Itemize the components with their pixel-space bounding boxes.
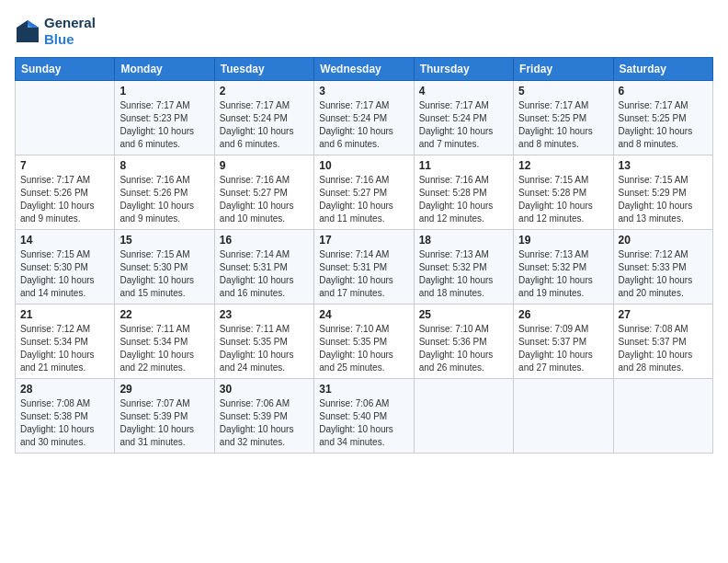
weekday-header-wednesday: Wednesday [314,58,414,81]
day-number: 2 [220,85,309,98]
weekday-header-thursday: Thursday [414,58,513,81]
calendar-week-row: 1Sunrise: 7:17 AM Sunset: 5:23 PM Daylig… [16,81,713,155]
calendar-cell: 4Sunrise: 7:17 AM Sunset: 5:24 PM Daylig… [414,81,513,155]
day-number: 4 [419,85,508,98]
day-info: Sunrise: 7:15 AM Sunset: 5:30 PM Dayligh… [20,248,109,300]
calendar-cell: 2Sunrise: 7:17 AM Sunset: 5:24 PM Daylig… [214,81,313,155]
calendar-week-row: 28Sunrise: 7:08 AM Sunset: 5:38 PM Dayli… [16,379,713,454]
calendar-cell [514,379,613,454]
day-info: Sunrise: 7:15 AM Sunset: 5:29 PM Dayligh… [619,174,708,225]
day-number: 21 [20,308,109,321]
calendar-cell [16,81,115,155]
day-number: 30 [220,383,309,396]
day-number: 1 [119,85,209,98]
calendar-cell: 29Sunrise: 7:07 AM Sunset: 5:39 PM Dayli… [115,379,214,454]
day-info: Sunrise: 7:17 AM Sunset: 5:24 PM Dayligh… [319,99,408,151]
calendar-cell: 12Sunrise: 7:15 AM Sunset: 5:28 PM Dayli… [514,155,613,230]
calendar-cell: 21Sunrise: 7:12 AM Sunset: 5:34 PM Dayli… [16,304,115,379]
day-number: 13 [619,159,708,172]
day-number: 25 [419,308,508,321]
logo: General Blue [15,15,96,48]
day-number: 24 [319,308,408,321]
weekday-header-monday: Monday [115,58,214,81]
day-info: Sunrise: 7:06 AM Sunset: 5:40 PM Dayligh… [319,397,408,449]
day-number: 27 [619,308,708,321]
day-number: 16 [220,234,309,247]
weekday-header-sunday: Sunday [16,58,115,81]
day-info: Sunrise: 7:06 AM Sunset: 5:39 PM Dayligh… [220,397,309,449]
day-info: Sunrise: 7:17 AM Sunset: 5:25 PM Dayligh… [518,99,608,151]
calendar-cell: 13Sunrise: 7:15 AM Sunset: 5:29 PM Dayli… [613,155,712,230]
logo-icon [15,18,40,44]
calendar-cell: 1Sunrise: 7:17 AM Sunset: 5:23 PM Daylig… [115,81,214,155]
calendar-cell [613,379,712,454]
day-number: 31 [319,383,408,396]
weekday-header-tuesday: Tuesday [214,58,313,81]
day-number: 19 [518,234,608,247]
day-number: 10 [319,159,408,172]
calendar-cell: 22Sunrise: 7:11 AM Sunset: 5:34 PM Dayli… [115,304,214,379]
calendar-cell: 11Sunrise: 7:16 AM Sunset: 5:28 PM Dayli… [414,155,513,230]
day-number: 9 [220,159,309,172]
day-info: Sunrise: 7:17 AM Sunset: 5:25 PM Dayligh… [619,99,708,151]
day-info: Sunrise: 7:17 AM Sunset: 5:23 PM Dayligh… [119,99,209,151]
day-number: 22 [119,308,209,321]
calendar-cell: 6Sunrise: 7:17 AM Sunset: 5:25 PM Daylig… [613,81,712,155]
day-info: Sunrise: 7:08 AM Sunset: 5:37 PM Dayligh… [619,323,708,374]
day-number: 12 [518,159,608,172]
calendar-table: SundayMondayTuesdayWednesdayThursdayFrid… [15,57,713,454]
calendar-cell: 17Sunrise: 7:14 AM Sunset: 5:31 PM Dayli… [314,230,414,304]
day-info: Sunrise: 7:17 AM Sunset: 5:24 PM Dayligh… [220,99,309,151]
calendar-cell: 25Sunrise: 7:10 AM Sunset: 5:36 PM Dayli… [414,304,513,379]
day-number: 8 [119,159,209,172]
day-info: Sunrise: 7:10 AM Sunset: 5:35 PM Dayligh… [319,323,408,374]
day-number: 20 [619,234,708,247]
weekday-header-saturday: Saturday [613,58,712,81]
day-number: 15 [119,234,209,247]
day-number: 28 [20,383,109,396]
calendar-cell: 7Sunrise: 7:17 AM Sunset: 5:26 PM Daylig… [16,155,115,230]
calendar-cell: 9Sunrise: 7:16 AM Sunset: 5:27 PM Daylig… [214,155,313,230]
day-info: Sunrise: 7:09 AM Sunset: 5:37 PM Dayligh… [518,323,608,374]
calendar-week-row: 14Sunrise: 7:15 AM Sunset: 5:30 PM Dayli… [16,230,713,304]
page-header: General Blue [15,15,713,48]
day-info: Sunrise: 7:12 AM Sunset: 5:34 PM Dayligh… [20,323,109,374]
day-info: Sunrise: 7:14 AM Sunset: 5:31 PM Dayligh… [319,248,408,300]
day-info: Sunrise: 7:14 AM Sunset: 5:31 PM Dayligh… [220,248,309,300]
day-info: Sunrise: 7:13 AM Sunset: 5:32 PM Dayligh… [518,248,608,300]
weekday-header-row: SundayMondayTuesdayWednesdayThursdayFrid… [16,58,713,81]
calendar-cell: 26Sunrise: 7:09 AM Sunset: 5:37 PM Dayli… [514,304,613,379]
day-info: Sunrise: 7:11 AM Sunset: 5:35 PM Dayligh… [220,323,309,374]
day-number: 5 [518,85,608,98]
day-info: Sunrise: 7:10 AM Sunset: 5:36 PM Dayligh… [419,323,508,374]
day-info: Sunrise: 7:16 AM Sunset: 5:28 PM Dayligh… [419,174,508,225]
calendar-cell: 27Sunrise: 7:08 AM Sunset: 5:37 PM Dayli… [613,304,712,379]
calendar-week-row: 21Sunrise: 7:12 AM Sunset: 5:34 PM Dayli… [16,304,713,379]
calendar-cell: 20Sunrise: 7:12 AM Sunset: 5:33 PM Dayli… [613,230,712,304]
calendar-week-row: 7Sunrise: 7:17 AM Sunset: 5:26 PM Daylig… [16,155,713,230]
calendar-cell: 23Sunrise: 7:11 AM Sunset: 5:35 PM Dayli… [214,304,313,379]
calendar-cell: 19Sunrise: 7:13 AM Sunset: 5:32 PM Dayli… [514,230,613,304]
day-info: Sunrise: 7:13 AM Sunset: 5:32 PM Dayligh… [419,248,508,300]
calendar-cell: 24Sunrise: 7:10 AM Sunset: 5:35 PM Dayli… [314,304,414,379]
day-info: Sunrise: 7:11 AM Sunset: 5:34 PM Dayligh… [119,323,209,374]
day-number: 7 [20,159,109,172]
day-info: Sunrise: 7:15 AM Sunset: 5:30 PM Dayligh… [119,248,209,300]
day-number: 17 [319,234,408,247]
day-number: 29 [119,383,209,396]
day-number: 23 [220,308,309,321]
day-info: Sunrise: 7:16 AM Sunset: 5:26 PM Dayligh… [119,174,209,225]
calendar-cell: 5Sunrise: 7:17 AM Sunset: 5:25 PM Daylig… [514,81,613,155]
day-info: Sunrise: 7:12 AM Sunset: 5:33 PM Dayligh… [619,248,708,300]
calendar-cell: 28Sunrise: 7:08 AM Sunset: 5:38 PM Dayli… [16,379,115,454]
calendar-cell: 31Sunrise: 7:06 AM Sunset: 5:40 PM Dayli… [314,379,414,454]
calendar-cell: 3Sunrise: 7:17 AM Sunset: 5:24 PM Daylig… [314,81,414,155]
calendar-cell: 15Sunrise: 7:15 AM Sunset: 5:30 PM Dayli… [115,230,214,304]
calendar-cell: 8Sunrise: 7:16 AM Sunset: 5:26 PM Daylig… [115,155,214,230]
calendar-cell: 18Sunrise: 7:13 AM Sunset: 5:32 PM Dayli… [414,230,513,304]
day-number: 11 [419,159,508,172]
weekday-header-friday: Friday [514,58,613,81]
calendar-cell: 30Sunrise: 7:06 AM Sunset: 5:39 PM Dayli… [214,379,313,454]
day-info: Sunrise: 7:17 AM Sunset: 5:26 PM Dayligh… [20,174,109,225]
day-number: 3 [319,85,408,98]
